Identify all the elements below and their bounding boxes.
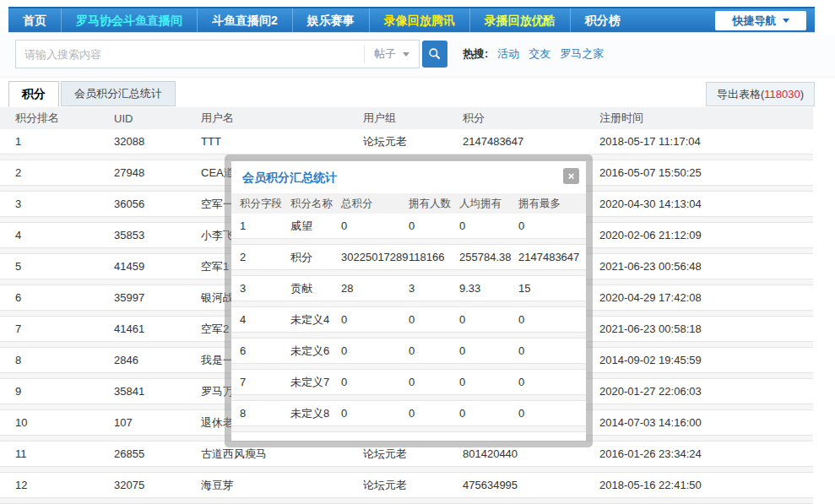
mcell-field: 4 [240,313,290,326]
cell-regtime: 2020-02-06 21:12:09 [599,229,813,241]
modal-row-separator [231,332,586,339]
cell-rank: 9 [15,385,114,398]
mcell-average: 0 [459,219,518,232]
cell-regtime: 2016-01-26 23:34:24 [599,447,813,460]
mcell-field: 3 [240,282,290,295]
mcell-name: 威望 [290,219,341,234]
mcell-total: 30225017289 [341,251,409,263]
search-type-label: 帖子 [374,46,396,62]
modal-table-row: 8 未定义8 0 0 0 0 [231,401,586,425]
mcell-field: 1 [240,219,290,232]
cell-rank: 1 [15,135,114,148]
search-button[interactable] [422,41,447,68]
mcell-average: 255784.38 [459,251,518,263]
hot-search-label: 热搜: [463,46,488,62]
mcell-name: 未定义6 [290,344,341,359]
nav-items: 首页罗马协会斗鱼直播间斗鱼直播间2娱乐赛事录像回放腾讯录播回放优酷积分榜 [8,8,635,32]
cell-uid: 32075 [114,479,201,491]
row-separator [0,466,813,473]
mcell-holders: 0 [409,313,459,326]
tab-points[interactable]: 积分 [8,81,59,107]
cell-uid: 35841 [114,385,201,398]
header-uid: UID [114,112,201,125]
mcell-max: 0 [518,376,586,388]
modal-row-separator [231,301,586,307]
mcell-name: 未定义4 [290,312,341,328]
nav-item[interactable]: 积分榜 [570,8,635,33]
modal-close-button[interactable]: × [563,168,579,184]
modal-table-row: 3 贡献 28 3 9.33 15 [231,276,586,301]
mheader-max: 拥有最多 [518,197,586,211]
tab-member-points-summary[interactable]: 会员积分汇总统计 [61,81,176,106]
export-table-button[interactable]: 导出表格(118030) [706,82,815,106]
search-area: 帖子 热搜: 活动交友罗马之家 [15,40,604,68]
mcell-field: 6 [240,344,290,357]
mcell-field: 7 [240,376,290,388]
nav-item[interactable]: 斗鱼直播间2 [197,8,292,33]
mcell-holders: 3 [409,282,459,295]
points-leaderboard-page: { "nav": { "items": [ {"label": "首页", "c… [0,0,835,504]
search-type-select[interactable]: 帖子 [364,45,419,63]
modal-table-row: 1 威望 0 0 0 0 [231,214,586,238]
cell-regtime: 2018-05-16 22:41:50 [599,479,813,491]
header-points: 积分 [463,111,599,126]
mcell-field: 8 [240,407,290,420]
hot-search-link[interactable]: 活动 [497,46,519,62]
nav-item[interactable]: 录像回放腾讯 [369,8,469,33]
header-username: 用户名 [201,111,363,126]
mheader-name: 积分名称 [290,197,341,211]
hot-search-link[interactable]: 交友 [529,46,550,62]
mcell-name: 积分 [290,250,341,265]
cell-uid: 2846 [114,354,201,366]
mcell-total: 0 [341,344,409,357]
cell-rank: 6 [15,291,114,304]
mheader-total: 总积分 [341,197,409,211]
search-input[interactable] [16,41,364,67]
mcell-holders: 0 [409,407,459,420]
header-rank: 积分排名 [15,111,114,126]
mheader-field: 积分字段 [240,197,290,211]
table-header-row: 积分排名 UID 用户名 用户组 积分 注册时间 [0,107,813,129]
search-icon [428,47,442,61]
mcell-total: 0 [341,407,409,420]
quick-nav-button[interactable]: 快捷导航 [715,11,806,30]
mcell-holders: 118166 [409,251,459,263]
mcell-field: 2 [240,251,290,263]
nav-item[interactable]: 娱乐赛事 [292,8,369,33]
cell-regtime: 2018-05-17 11:17:04 [599,135,813,148]
cell-uid: 41461 [114,322,201,335]
cell-usergroup: 论坛元老 [363,478,463,493]
cell-username[interactable]: 海豆芽 [201,478,363,493]
table-row: 1 32088 TTT 论坛元老 2147483647 2018-05-17 1… [0,129,813,154]
cell-uid: 107 [114,416,201,429]
hot-search-link[interactable]: 罗马之家 [560,46,604,62]
cell-rank: 4 [15,229,114,241]
mcell-average: 0 [459,407,518,420]
nav-item[interactable]: 罗马协会斗鱼直播间 [61,8,197,33]
hot-search-links: 活动交友罗马之家 [497,46,604,62]
cell-username[interactable]: TTT [201,135,363,148]
chevron-down-icon [783,19,789,23]
modal-table-row: 6 未定义6 0 0 0 0 [231,339,586,363]
cell-username[interactable]: 古道西风瘦马 [201,447,363,462]
mcell-name: 未定义8 [290,406,341,421]
header-usergroup: 用户组 [363,111,463,126]
mcell-max: 0 [518,344,586,357]
modal-row-separator [231,425,586,432]
cell-usergroup: 论坛元老 [363,447,463,462]
cell-uid: 32088 [114,135,201,148]
modal-table-body: 1 威望 0 0 0 0 2 积分 30225017289 118166 255… [231,214,586,432]
modal-table-row: 2 积分 30225017289 118166 255784.38 214748… [231,245,586,269]
cell-regtime: 2020-04-30 14:13:04 [599,198,813,210]
cell-points: 475634995 [463,479,599,491]
export-label-suffix: ) [800,88,804,100]
mcell-max: 15 [518,282,586,295]
quick-nav-label: 快捷导航 [733,14,777,29]
nav-item[interactable]: 首页 [8,8,61,33]
cell-rank: 7 [15,322,114,335]
cell-rank: 5 [15,260,114,273]
cell-usergroup: 论坛元老 [363,134,463,149]
nav-item[interactable]: 录播回放优酷 [469,8,570,33]
cell-uid: 26855 [114,447,201,460]
member-points-summary-modal: 会员积分汇总统计 × 积分字段 积分名称 总积分 拥有人数 人均拥有 拥有最多 … [225,154,593,447]
